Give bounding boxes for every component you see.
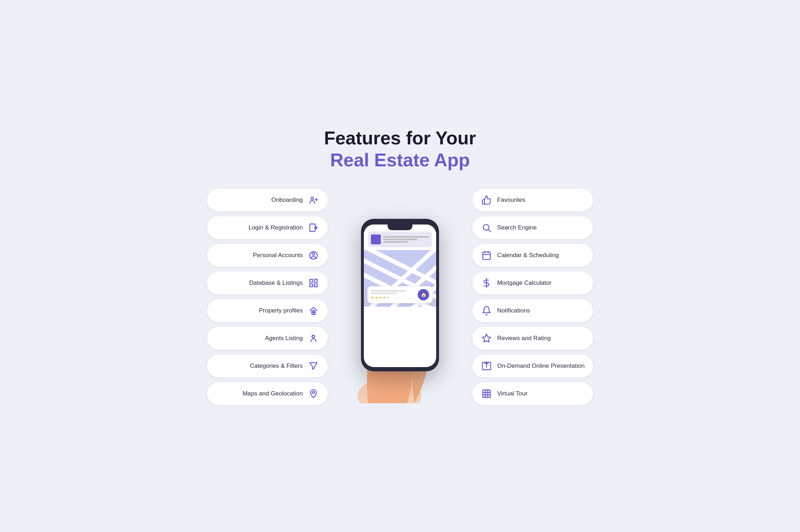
feature-search-engine[interactable]: Search Engine [472,216,593,239]
feature-notifications[interactable]: Notifications [472,299,593,322]
page-title: Features for Your Real Estate App [207,127,593,171]
search-engine-label: Search Engine [497,224,585,231]
favourites-label: Favourites [497,196,585,204]
phone-wrapper: ★ ★ ★ ★ ★ 🏠 [361,219,439,375]
feature-onboarding[interactable]: Onboarding [207,189,328,211]
svg-point-13 [312,392,315,394]
feature-property-profiles[interactable]: Property profiles [207,299,328,322]
star-3: ★ [379,295,382,299]
feature-calendar-scheduling[interactable]: Calendar & Scheduling [472,244,593,267]
filter-icon [307,360,320,372]
listing-thumbnail [371,234,381,244]
svg-rect-6 [310,284,313,287]
feature-favourites[interactable]: Favourites [472,189,593,211]
stars-row: ★ ★ ★ ★ ★ [371,295,415,299]
agent-icon [307,332,320,345]
feature-personal-accounts[interactable]: Personal Accounts [207,244,328,267]
svg-rect-25 [483,252,490,260]
page-header: Features for Your Real Estate App [207,127,593,171]
listing-line-3 [383,241,409,243]
page-container: Features for Your Real Estate App Onboar… [200,113,600,420]
categories-filters-label: Categories & Filters [215,362,303,370]
feature-on-demand-presentation[interactable]: On-Demand Online Presentation [472,355,593,377]
maps-geolocation-label: Maps and Geolocation [215,390,303,397]
feature-reviews-rating[interactable]: Reviews and Rating [472,327,593,350]
login-registration-label: Login & Registration [215,224,303,231]
svg-point-11 [312,336,315,338]
right-features-column: Favourites Search Engine Calendar & Sche… [472,189,593,405]
map-info-card: ★ ★ ★ ★ ★ 🏠 [367,286,433,303]
map-pin-icon [307,387,320,400]
dollar-icon [480,277,493,289]
bell-icon [480,304,493,317]
listing-line-2 [383,239,418,240]
card-line-1 [371,290,406,292]
title-line1: Features for Your [207,127,593,149]
on-demand-presentation-label: On-Demand Online Presentation [497,362,585,370]
star-2: ★ [375,295,378,299]
reviews-rating-label: Reviews and Rating [497,335,585,342]
svg-line-24 [488,230,490,232]
main-layout: Onboarding Login & Registration Personal… [207,189,593,405]
grid-icon [307,277,320,289]
svg-point-3 [312,253,315,255]
upload-box-icon [480,360,493,372]
svg-marker-30 [482,334,490,342]
listing-line-1 [383,236,429,238]
feature-virtual-tour[interactable]: Virtual Tour [472,382,593,405]
user-circle-icon [307,249,320,262]
phone-notch [388,225,412,230]
star-4: ★ [383,295,386,299]
star-1: ★ [371,295,374,299]
star-5: ★ [387,295,390,299]
building-icon [480,387,493,400]
card-line-2 [371,293,397,294]
virtual-tour-label: Virtual Tour [497,390,585,397]
phone-body: ★ ★ ★ ★ ★ 🏠 [361,219,439,371]
title-line2: Real Estate App [207,149,593,171]
svg-rect-5 [314,279,317,282]
home-icon: 🏠 [418,289,429,300]
feature-login-registration[interactable]: Login & Registration [207,216,328,239]
home-grid-icon [307,304,320,317]
feature-agents-listing[interactable]: Agents Listing [207,327,328,350]
svg-rect-33 [483,390,490,398]
feature-maps-geolocation[interactable]: Maps and Geolocation [207,382,328,405]
login-icon [307,221,320,234]
property-profiles-label: Property profiles [215,307,303,314]
phone-illustration: ★ ★ ★ ★ ★ 🏠 [343,219,457,375]
personal-accounts-label: Personal Accounts [215,252,303,259]
left-features-column: Onboarding Login & Registration Personal… [207,189,328,405]
feature-mortgage-calculator[interactable]: Mortgage Calculator [472,272,593,294]
calendar-scheduling-label: Calendar & Scheduling [497,252,585,259]
notifications-label: Notifications [497,307,585,314]
svg-marker-12 [310,363,317,370]
onboarding-label: Onboarding [215,196,303,204]
svg-rect-4 [310,279,313,282]
feature-categories-filters[interactable]: Categories & Filters [207,355,328,377]
thumbs-up-icon [480,194,493,206]
mortgage-calculator-label: Mortgage Calculator [497,279,585,287]
calendar-icon [480,249,493,262]
map-card-content: ★ ★ ★ ★ ★ [371,290,415,299]
feature-database-listings[interactable]: Database & Listings [207,272,328,294]
phone-screen: ★ ★ ★ ★ ★ 🏠 [364,225,436,367]
star-icon [480,332,493,345]
agents-listing-label: Agents Listing [215,335,303,342]
svg-rect-7 [314,284,317,287]
search-icon [480,221,493,234]
database-listings-label: Database & Listings [215,279,303,287]
user-plus-icon [307,194,320,206]
listing-card [368,232,432,247]
listing-lines [383,236,429,243]
svg-point-0 [311,197,313,200]
phone-map: ★ ★ ★ ★ ★ 🏠 [364,250,436,307]
